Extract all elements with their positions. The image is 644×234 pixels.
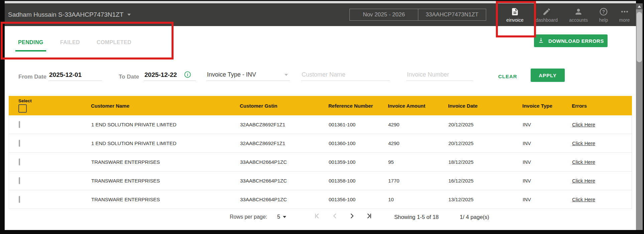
- first-page-button[interactable]: [314, 212, 321, 220]
- row-checkbox[interactable]: [19, 196, 20, 203]
- errors-click-here-link[interactable]: Click Here: [572, 178, 595, 184]
- errors-click-here-link[interactable]: Click Here: [572, 122, 595, 127]
- main-content: PENDING FAILED COMPLETED DOWNLOAD ERRORS…: [5, 26, 636, 230]
- cell-customer-name: 1 END SOLUTION PRIVATE LIMITED: [91, 122, 240, 127]
- vertical-scrollbar[interactable]: [636, 3, 643, 230]
- nav-item-more[interactable]: more: [614, 7, 635, 23]
- cell-invoice-type: INV: [523, 159, 572, 165]
- cell-customer-name: TRANSWARE ENTERPRISES: [91, 197, 240, 202]
- cell-invoice-amount: 4290: [388, 122, 448, 127]
- ellipsis-icon: [620, 7, 629, 16]
- invoice-type-value: Invoice Type - INV: [207, 71, 256, 78]
- previous-page-button[interactable]: [331, 212, 339, 220]
- chevron-down-icon: [285, 74, 288, 76]
- cell-customer-gstin: 32AABCZ8692F1Z1: [240, 122, 329, 127]
- nav-label: dashboard: [536, 17, 558, 23]
- svg-text:?: ?: [602, 9, 605, 14]
- download-errors-button[interactable]: DOWNLOAD ERRORS: [534, 34, 608, 47]
- chevron-down-icon: [283, 216, 286, 218]
- clear-button[interactable]: CLEAR: [496, 73, 519, 80]
- nav-label: accounts: [569, 17, 588, 23]
- app-header: Sadham Hussain S-33AAHCP7473N1ZT Nov 202…: [5, 3, 636, 26]
- rows-per-page-value: 5: [277, 214, 280, 220]
- scrollbar-thumb[interactable]: [637, 12, 642, 62]
- cell-invoice-amount: 4290: [388, 140, 448, 146]
- rows-per-page-select[interactable]: 5: [277, 214, 286, 220]
- errors-click-here-link[interactable]: Click Here: [572, 140, 595, 146]
- pencil-icon: [542, 7, 551, 16]
- row-checkbox[interactable]: [19, 140, 20, 147]
- column-header-customer-name: Customer Name: [91, 96, 240, 115]
- cell-invoice-date: 13/12/2025: [448, 197, 523, 202]
- cell-reference-number: 001361-100: [329, 122, 388, 127]
- cell-invoice-date: 20/12/2025: [448, 140, 523, 146]
- column-header-invoice-date: Invoice Date: [448, 96, 522, 115]
- cell-invoice-type: INV: [523, 197, 572, 202]
- period-gstin-box: Nov 2025 - 2026 33AAHCP7473N1ZT: [349, 9, 486, 21]
- pending-invoices-table: Select Customer Name Customer Gstin Refe…: [9, 96, 632, 209]
- row-checkbox[interactable]: [19, 177, 20, 184]
- table-row: 1 END SOLUTION PRIVATE LIMITED 32AABCZ86…: [9, 134, 632, 153]
- document-icon: [511, 7, 519, 16]
- column-header-invoice-type: Invoice Type: [522, 96, 572, 115]
- nav-label: einvoice: [506, 17, 523, 23]
- cell-invoice-type: INV: [523, 140, 572, 146]
- apply-button[interactable]: APPLY: [531, 69, 565, 82]
- cell-reference-number: 001356-100: [329, 197, 388, 202]
- financial-period[interactable]: Nov 2025 - 2026: [350, 9, 418, 20]
- column-header-customer-gstin: Customer Gstin: [240, 96, 328, 115]
- rows-per-page-label: Rows per page:: [230, 214, 267, 220]
- cell-invoice-date: 20/12/2025: [448, 122, 523, 127]
- errors-click-here-link[interactable]: Click Here: [572, 159, 595, 165]
- cell-invoice-type: INV: [523, 178, 572, 184]
- showing-range-text: Showing 1-5 of 18: [394, 214, 439, 220]
- last-page-button[interactable]: [365, 212, 373, 220]
- tab-pending[interactable]: PENDING: [15, 39, 46, 51]
- cell-reference-number: 001358-100: [329, 178, 388, 184]
- cell-customer-gstin: 33AABCH2664P1ZC: [240, 178, 329, 184]
- errors-click-here-link[interactable]: Click Here: [572, 197, 595, 202]
- row-checkbox[interactable]: [19, 158, 20, 165]
- table-header-row: Select Customer Name Customer Gstin Refe…: [9, 96, 632, 115]
- select-column-header: Select: [9, 96, 91, 115]
- cell-invoice-type: INV: [523, 122, 572, 127]
- org-name: Sadham Hussain S-33AAHCP7473N1ZT: [8, 11, 123, 18]
- from-date-label: From Date: [18, 74, 46, 80]
- cell-customer-name: 1 END SOLUTION PRIVATE LIMITED: [91, 140, 240, 146]
- cell-invoice-amount: 10: [388, 197, 448, 202]
- question-circle-icon: ?: [599, 7, 608, 16]
- column-header-errors: Errors: [572, 96, 632, 115]
- info-icon[interactable]: i: [184, 71, 191, 78]
- tab-completed[interactable]: COMPLETED: [94, 39, 134, 51]
- cell-reference-number: 001360-100: [329, 140, 388, 146]
- table-row: 1 END SOLUTION PRIVATE LIMITED 32AABCZ86…: [9, 115, 632, 134]
- cell-invoice-date: 18/12/2025: [448, 159, 523, 165]
- org-selector[interactable]: Sadham Hussain S-33AAHCP7473N1ZT: [8, 3, 131, 26]
- customer-name-input[interactable]: [301, 69, 390, 81]
- table-row: TRANSWARE ENTERPRISES 33AABCH2664P1ZC 00…: [9, 190, 632, 209]
- select-all-checkbox[interactable]: [18, 104, 27, 113]
- cell-customer-name: TRANSWARE ENTERPRISES: [91, 159, 240, 165]
- invoice-number-input[interactable]: [406, 69, 473, 81]
- next-page-button[interactable]: [348, 212, 356, 220]
- header-gstin[interactable]: 33AAHCP7473N1ZT: [418, 9, 486, 20]
- cell-customer-gstin: 33AABCH2664P1ZC: [240, 159, 329, 165]
- page-count-text: 1/ 4 page(s): [460, 214, 489, 220]
- row-checkbox[interactable]: [19, 121, 20, 128]
- download-icon: [538, 37, 544, 45]
- from-date-input[interactable]: [48, 69, 102, 81]
- nav-item-accounts[interactable]: accounts: [562, 7, 595, 23]
- nav-item-einvoice[interactable]: einvoice: [500, 7, 530, 23]
- scroll-up-icon[interactable]: [636, 3, 643, 9]
- select-label: Select: [18, 98, 32, 103]
- status-tabs: PENDING FAILED COMPLETED: [15, 39, 134, 51]
- nav-item-help[interactable]: ? help: [594, 7, 614, 23]
- person-icon: [574, 7, 583, 16]
- invoice-type-select[interactable]: Invoice Type - INV: [206, 69, 290, 81]
- cell-customer-gstin: 32AABCZ8692F1Z1: [240, 140, 329, 146]
- tab-failed[interactable]: FAILED: [58, 39, 83, 51]
- table-row: TRANSWARE ENTERPRISES 33AABCH2664P1ZC 00…: [9, 153, 632, 171]
- column-header-reference-number: Reference Number: [328, 96, 388, 115]
- nav-item-dashboard[interactable]: dashboard: [530, 7, 563, 23]
- nav-label: help: [599, 17, 608, 23]
